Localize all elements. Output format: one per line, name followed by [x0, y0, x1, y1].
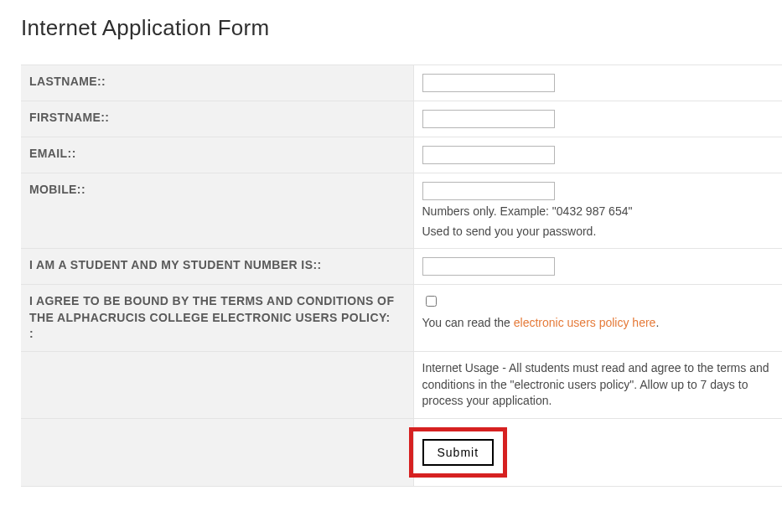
label-student: I AM A STUDENT AND MY STUDENT NUMBER IS:…: [21, 249, 413, 285]
mobile-hint-2: Used to send you your password.: [422, 224, 774, 240]
agree-checkbox[interactable]: [426, 296, 437, 307]
email-input[interactable]: [422, 146, 555, 164]
submit-highlight-box: Submit: [409, 427, 508, 478]
agree-hint: You can read the electronic users policy…: [422, 315, 774, 332]
student-number-input[interactable]: [422, 257, 555, 276]
lastname-input[interactable]: [422, 74, 555, 92]
label-lastname: LASTNAME::: [21, 65, 413, 101]
submit-button[interactable]: Submit: [422, 439, 495, 466]
label-mobile: MOBILE::: [21, 173, 413, 249]
mobile-hint-1: Numbers only. Example: "0432 987 654": [422, 204, 774, 220]
label-agree: I AGREE TO BE BOUND BY THE TERMS AND CON…: [21, 285, 413, 352]
mobile-input[interactable]: [422, 182, 555, 200]
form-table: LASTNAME:: FIRSTNAME:: EMAIL::: [21, 65, 782, 487]
usage-text: Internet Usage - All students must read …: [413, 351, 782, 418]
label-submit-empty: [21, 418, 413, 486]
label-usage-empty: [21, 351, 413, 418]
label-email: EMAIL::: [21, 137, 413, 173]
firstname-input[interactable]: [422, 110, 555, 128]
electronic-users-policy-link[interactable]: electronic users policy here: [514, 316, 656, 329]
label-firstname: FIRSTNAME::: [21, 101, 413, 137]
page-title: Internet Application Form: [21, 15, 782, 41]
